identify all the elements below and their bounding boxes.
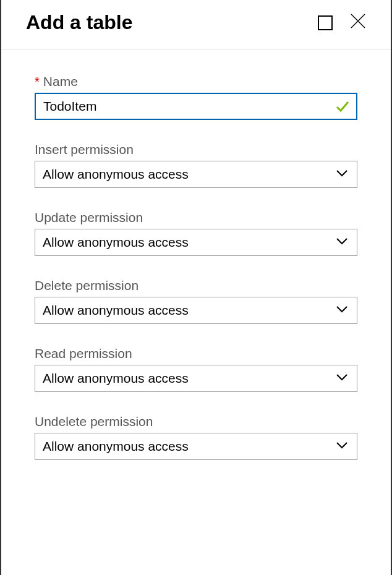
update-permission-group: Update permission Allow anonymous access — [35, 210, 357, 256]
read-permission-dropdown[interactable]: Allow anonymous access — [35, 365, 357, 392]
maximize-icon[interactable] — [318, 15, 333, 30]
delete-permission-label: Delete permission — [35, 278, 138, 293]
insert-permission-label-row: Insert permission — [35, 142, 357, 157]
chevron-down-icon — [336, 168, 348, 181]
name-input-wrapper[interactable] — [35, 93, 357, 120]
insert-permission-group: Insert permission Allow anonymous access — [35, 142, 357, 188]
update-permission-value: Allow anonymous access — [43, 235, 189, 250]
close-icon[interactable] — [350, 13, 366, 32]
update-permission-label-row: Update permission — [35, 210, 357, 225]
update-permission-dropdown[interactable]: Allow anonymous access — [35, 229, 357, 256]
dialog-header: Add a table — [1, 0, 391, 49]
read-permission-group: Read permission Allow anonymous access — [35, 346, 357, 392]
name-label: Name — [43, 74, 78, 89]
chevron-down-icon — [336, 440, 348, 453]
delete-permission-dropdown[interactable]: Allow anonymous access — [35, 297, 357, 324]
header-icons — [318, 13, 366, 32]
undelete-permission-dropdown[interactable]: Allow anonymous access — [35, 433, 357, 460]
required-asterisk: * — [35, 75, 40, 89]
insert-permission-value: Allow anonymous access — [43, 167, 189, 182]
undelete-permission-label: Undelete permission — [35, 414, 153, 429]
delete-permission-value: Allow anonymous access — [43, 303, 189, 318]
chevron-down-icon — [336, 304, 348, 317]
undelete-permission-group: Undelete permission Allow anonymous acce… — [35, 414, 357, 460]
dialog-content: * Name Insert permission Allow anonymous… — [1, 49, 391, 460]
name-label-row: * Name — [35, 74, 357, 89]
read-permission-label-row: Read permission — [35, 346, 357, 361]
read-permission-label: Read permission — [35, 346, 132, 361]
name-input[interactable] — [36, 94, 356, 119]
update-permission-label: Update permission — [35, 210, 143, 225]
undelete-permission-label-row: Undelete permission — [35, 414, 357, 429]
chevron-down-icon — [336, 372, 348, 385]
chevron-down-icon — [336, 236, 348, 249]
insert-permission-dropdown[interactable]: Allow anonymous access — [35, 161, 357, 188]
delete-permission-label-row: Delete permission — [35, 278, 357, 293]
delete-permission-group: Delete permission Allow anonymous access — [35, 278, 357, 324]
checkmark-icon — [335, 99, 350, 114]
undelete-permission-value: Allow anonymous access — [43, 439, 189, 454]
name-field-group: * Name — [35, 74, 357, 120]
dialog-title: Add a table — [26, 11, 132, 34]
read-permission-value: Allow anonymous access — [43, 371, 189, 386]
insert-permission-label: Insert permission — [35, 142, 134, 157]
